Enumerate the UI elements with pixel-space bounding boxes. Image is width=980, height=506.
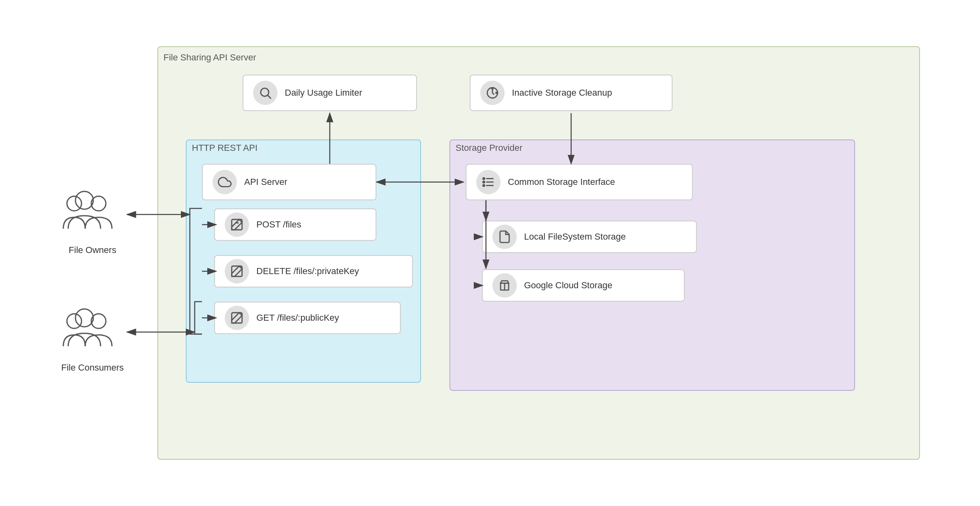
file-consumers-group: File Consumers <box>60 306 125 373</box>
svg-line-1 <box>268 95 271 99</box>
edit-icon <box>225 212 249 237</box>
svg-point-14 <box>483 184 485 186</box>
svg-point-21 <box>91 314 106 328</box>
file-owners-icon <box>60 188 125 241</box>
svg-point-17 <box>75 191 93 209</box>
list-icon <box>476 170 501 194</box>
clock-icon <box>480 81 505 105</box>
http-rest-api-label: HTTP REST API <box>192 143 258 153</box>
outer-box-label: File Sharing API Server <box>163 52 256 63</box>
svg-point-20 <box>75 309 93 327</box>
common-storage-interface-component: Common Storage Interface <box>466 164 693 200</box>
svg-point-12 <box>483 178 485 179</box>
post-files-label: POST /files <box>256 219 301 230</box>
delete-files-component: DELETE /files/:privateKey <box>214 255 413 287</box>
get-edit-icon <box>225 306 249 330</box>
search-icon <box>253 81 277 105</box>
file-consumers-icon <box>60 306 125 358</box>
google-cloud-storage-component: Google Cloud Storage <box>482 269 685 302</box>
daily-usage-limiter-component: Daily Usage Limiter <box>243 75 417 111</box>
svg-point-19 <box>67 196 82 211</box>
file-owners-label: File Owners <box>69 245 116 255</box>
daily-usage-limiter-label: Daily Usage Limiter <box>285 88 362 98</box>
file-icon <box>492 225 517 249</box>
file-owners-group: File Owners <box>60 188 125 255</box>
cloud-icon <box>213 170 237 194</box>
api-server-label: API Server <box>244 177 287 187</box>
file-consumers-label: File Consumers <box>61 362 124 373</box>
inactive-storage-cleanup-component: Inactive Storage Cleanup <box>470 75 673 111</box>
get-files-component: GET /files/:publicKey <box>214 302 401 334</box>
api-server-component: API Server <box>202 164 376 200</box>
bucket-icon <box>492 273 517 298</box>
get-files-label: GET /files/:publicKey <box>256 313 339 323</box>
svg-point-13 <box>483 181 485 183</box>
inactive-storage-cleanup-label: Inactive Storage Cleanup <box>512 88 612 98</box>
diagram-container: File Sharing API Server HTTP REST API St… <box>44 30 936 476</box>
storage-provider-label: Storage Provider <box>456 143 522 153</box>
svg-point-3 <box>492 88 493 90</box>
common-storage-interface-label: Common Storage Interface <box>508 177 615 187</box>
delete-files-label: DELETE /files/:privateKey <box>256 266 359 277</box>
svg-point-4 <box>496 92 497 94</box>
google-cloud-storage-label: Google Cloud Storage <box>524 280 612 291</box>
local-filesystem-label: Local FileSystem Storage <box>524 232 626 242</box>
svg-point-22 <box>67 314 82 328</box>
post-files-component: POST /files <box>214 208 376 241</box>
local-filesystem-component: Local FileSystem Storage <box>482 221 697 253</box>
svg-point-18 <box>91 196 106 211</box>
delete-edit-icon <box>225 259 249 283</box>
svg-point-0 <box>261 88 269 96</box>
